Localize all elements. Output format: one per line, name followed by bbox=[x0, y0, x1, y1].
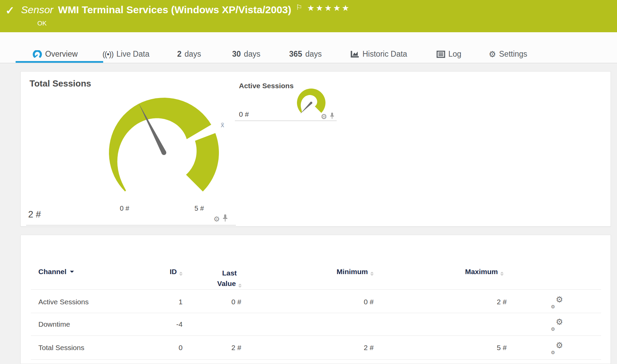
live-data-icon: ((•)) bbox=[102, 50, 113, 59]
sort-caret-down-icon bbox=[70, 271, 74, 275]
table-divider bbox=[31, 336, 601, 336]
priority-stars[interactable]: ★★★★★ bbox=[307, 3, 351, 13]
channel-settings-gears-icon[interactable]: ⚙⚙ bbox=[550, 343, 571, 356]
gauge-icon bbox=[33, 50, 42, 58]
historic-data-icon bbox=[350, 50, 359, 58]
settings-gear-icon: ⚙ bbox=[489, 50, 496, 58]
sensor-header: ✓ Sensor WMI Terminal Services (Windows … bbox=[0, 0, 617, 32]
gauges-panel: Total Sessions x̄ 0 # 5 # 2 # ⚙ Active S… bbox=[20, 71, 611, 227]
page-title: WMI Terminal Services (Windows XP/Vista/… bbox=[58, 3, 291, 16]
total-sessions-value: 2 # bbox=[28, 209, 41, 220]
total-sessions-gauge: x̄ bbox=[72, 85, 262, 207]
header-label: ID bbox=[170, 268, 177, 275]
cell-id: 0 bbox=[149, 344, 183, 352]
active-sessions-value: 0 # bbox=[239, 110, 249, 118]
cell-id: 1 bbox=[149, 298, 183, 306]
header-label: Value bbox=[217, 280, 236, 287]
tab-number: 365 bbox=[289, 50, 302, 59]
tab-settings[interactable]: ⚙ Settings bbox=[489, 50, 527, 59]
svg-text:x̄: x̄ bbox=[221, 121, 224, 129]
tab-30-days[interactable]: 30 days bbox=[232, 50, 260, 59]
column-header-last-value[interactable]: Last Value bbox=[204, 268, 255, 289]
tab-label: Log bbox=[448, 50, 461, 59]
status-badge: OK bbox=[37, 20, 46, 27]
object-kind-label: Sensor bbox=[21, 3, 53, 16]
tab-overview[interactable]: Overview bbox=[33, 50, 78, 59]
tab-bar: Overview ((•)) Live Data 2 days 30 days … bbox=[0, 32, 617, 63]
channel-gear-icon[interactable]: ⚙ bbox=[213, 215, 220, 223]
gauge-max-label: 5 # bbox=[194, 205, 204, 212]
tab-number: 2 bbox=[177, 50, 182, 59]
tabbar-divider bbox=[0, 63, 617, 63]
tab-label: Settings bbox=[499, 50, 527, 59]
tab-2-days[interactable]: 2 days bbox=[177, 50, 201, 59]
tab-label: Live Data bbox=[116, 50, 149, 59]
cell-last-value: 2 # bbox=[197, 344, 241, 352]
cell-minimum: 2 # bbox=[326, 344, 374, 352]
cell-maximum: 5 # bbox=[459, 344, 507, 352]
log-icon bbox=[436, 51, 445, 58]
pin-icon[interactable] bbox=[330, 112, 335, 121]
cell-id: -4 bbox=[149, 320, 183, 328]
status-check-icon: ✓ bbox=[5, 4, 15, 17]
sort-arrows-icon[interactable] bbox=[179, 272, 183, 276]
tab-historic-data[interactable]: Historic Data bbox=[350, 50, 407, 59]
cell-minimum: 0 # bbox=[326, 298, 374, 306]
header-label: Minimum bbox=[337, 268, 368, 275]
cell-maximum: 2 # bbox=[459, 298, 507, 306]
column-header-minimum[interactable]: Minimum bbox=[313, 268, 374, 276]
column-header-channel[interactable]: Channel bbox=[38, 268, 74, 276]
channel-settings-gears-icon[interactable]: ⚙⚙ bbox=[550, 297, 571, 310]
channel-name-link[interactable]: Total Sessions bbox=[38, 344, 84, 352]
header-label: Maximum bbox=[465, 268, 498, 275]
channels-table-panel: Channel ID Last Value Minimum Maximum Ac… bbox=[20, 235, 611, 364]
table-divider bbox=[31, 289, 601, 290]
tab-label: days bbox=[244, 50, 261, 59]
gauge-underline bbox=[235, 120, 337, 121]
header-label: Last bbox=[204, 268, 255, 278]
sort-arrows-icon[interactable] bbox=[500, 272, 504, 276]
tab-label: days bbox=[185, 50, 201, 59]
gauge-underline bbox=[26, 225, 236, 226]
cell-last-value: 0 # bbox=[197, 298, 241, 306]
column-header-id[interactable]: ID bbox=[149, 268, 183, 276]
tab-number: 30 bbox=[232, 50, 241, 59]
sort-arrows-icon[interactable] bbox=[370, 272, 374, 276]
header-label: Channel bbox=[38, 268, 67, 276]
tab-label: Overview bbox=[45, 50, 78, 59]
tab-365-days[interactable]: 365 days bbox=[289, 50, 322, 59]
table-divider bbox=[31, 359, 601, 360]
table-divider bbox=[31, 313, 601, 313]
flag-icon[interactable]: ⚐ bbox=[296, 3, 302, 12]
column-header-maximum[interactable]: Maximum bbox=[443, 268, 504, 276]
channel-gear-icon[interactable]: ⚙ bbox=[321, 113, 327, 120]
channel-settings-gears-icon[interactable]: ⚙⚙ bbox=[550, 319, 571, 332]
tab-label: Historic Data bbox=[362, 50, 407, 59]
channel-name-link[interactable]: Active Sessions bbox=[38, 298, 89, 306]
gauge-title-active-sessions: Active Sessions bbox=[239, 82, 294, 90]
pin-icon[interactable] bbox=[222, 214, 228, 224]
sort-arrows-icon[interactable] bbox=[238, 284, 242, 288]
tab-label: days bbox=[305, 50, 322, 59]
tab-log[interactable]: Log bbox=[436, 50, 461, 59]
tab-live-data[interactable]: ((•)) Live Data bbox=[102, 50, 149, 59]
gauge-min-label: 0 # bbox=[120, 205, 129, 212]
channel-name-link[interactable]: Downtime bbox=[38, 320, 70, 328]
